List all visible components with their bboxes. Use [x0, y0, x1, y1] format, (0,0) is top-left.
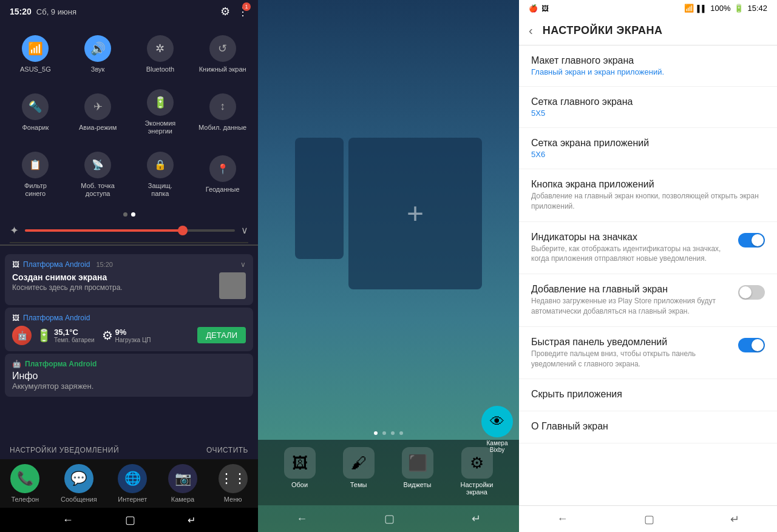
page-dots	[0, 207, 258, 221]
tile-reading-label: Книжный экран	[199, 66, 246, 73]
home-cards: +	[283, 126, 494, 301]
notif2-app: Платформа Android	[23, 314, 90, 322]
settings-status-left: 🍎 🖼	[529, 4, 549, 13]
notification-icon[interactable]: ⋮ 1	[237, 5, 248, 18]
tile-flashlight-label: Фонарик	[22, 124, 49, 132]
gear-icon[interactable]: ⚙	[220, 5, 230, 18]
home-button-1[interactable]: ▢	[125, 513, 135, 527]
screen-settings-button[interactable]: ⚙ Настройкиэкрана	[461, 447, 494, 496]
recents-button-1[interactable]: ↵	[188, 514, 195, 526]
notif-settings-button[interactable]: НАСТРОЙКИ УВЕДОМЛЕНИЙ	[10, 446, 119, 454]
geo-icon: 📍	[209, 155, 236, 182]
nav-phone[interactable]: 📞 Телефон	[10, 464, 39, 503]
notif1-body: Коснитесь здесь для просмотра.	[12, 283, 219, 292]
status-bar-left: 15:20 Сб, 9 июня	[10, 7, 76, 16]
brightness-icon: ✦	[10, 224, 19, 237]
tile-battery[interactable]: 🔋 Экономия энергии	[130, 82, 191, 143]
tile-data[interactable]: ↕ Мобил. данные	[192, 82, 253, 143]
tile-geo-label: Геоданные	[206, 186, 240, 194]
nav-menu[interactable]: ⋮⋮ Меню	[219, 464, 248, 503]
notification-shade: 15:20 Сб, 9 июня ⚙ ⋮ 1 📶 ASUS_5G 🔊 Звук …	[0, 0, 258, 532]
bluefilter-icon: 📋	[22, 152, 49, 178]
nav-camera[interactable]: 📷 Камера	[168, 464, 197, 503]
home-page-dots	[258, 426, 519, 440]
back-button-1[interactable]: ←	[63, 514, 73, 527]
notif2-header: 🖼 Платформа Android	[12, 314, 246, 322]
settings-hide-apps[interactable]: Скрыть приложения	[519, 379, 777, 411]
back-button-2[interactable]: ←	[296, 513, 307, 525]
home-card-add[interactable]: +	[348, 138, 482, 289]
status-bar-right: ⚙ ⋮ 1	[220, 5, 248, 18]
screenshot-indicator: 🖼	[541, 4, 549, 13]
add-home-toggle-thumb	[739, 286, 752, 298]
screenshot-thumbnail	[219, 272, 246, 299]
settings-quick-panel[interactable]: Быстрая панель уведомлений Проведите пал…	[519, 327, 777, 380]
home-button-3[interactable]: ▢	[644, 513, 654, 526]
home-card-small	[295, 138, 344, 259]
tile-sound[interactable]: 🔊 Звук	[67, 28, 129, 81]
brightness-slider[interactable]	[25, 229, 235, 232]
recents-button-2[interactable]: ↵	[472, 512, 481, 525]
settings-item-text-7: Быстрая панель уведомлений Проведите пал…	[531, 337, 738, 369]
tile-hotspot[interactable]: 📡 Моб. точкадоступа	[67, 144, 129, 205]
badges-toggle[interactable]	[738, 233, 765, 247]
screen-settings-label: Настройкиэкрана	[461, 481, 494, 496]
widgets-button[interactable]: ⬛ Виджеты	[402, 447, 433, 496]
tile-geo[interactable]: 📍 Геоданные	[192, 144, 253, 205]
settings-apps-grid[interactable]: Сетка экрана приложений 5X6	[519, 128, 777, 169]
wallpapers-button[interactable]: 🖼 Обои	[284, 447, 316, 496]
settings-home-grid[interactable]: Сетка главного экрана 5X5	[519, 87, 777, 128]
recents-button-3[interactable]: ↵	[730, 513, 739, 526]
notifications-area: 🖼 Платформа Android 15:20 ∨ Создан снимо…	[0, 247, 258, 441]
details-button[interactable]: ДЕТАЛИ	[197, 327, 246, 343]
phone-icon: 📞	[10, 464, 39, 493]
temp-label: Темп. батареи	[54, 337, 95, 343]
tile-bluetooth[interactable]: ✲ Bluetooth	[130, 28, 191, 81]
hotspot-icon: 📡	[84, 152, 111, 178]
temp-row: 🔋 35,1°C Темп. батареи	[36, 328, 95, 343]
time-display: 15:20	[10, 7, 32, 16]
tile-secure[interactable]: 🔒 Защищ.папка	[130, 144, 191, 205]
home-grid-subtitle: 5X5	[531, 109, 765, 118]
nav-messages[interactable]: 💬 Сообщения	[61, 464, 97, 503]
back-button-3[interactable]: ←	[557, 513, 568, 525]
notif3-body: Аккумулятор заряжен.	[12, 382, 246, 391]
android-icon: 🖼	[12, 260, 19, 269]
notification-info[interactable]: 🤖 Платформа Android Инфо Аккумулятор зар…	[5, 354, 253, 397]
apple-icon: 🍎	[529, 4, 538, 13]
themes-button[interactable]: 🖌 Темы	[343, 447, 375, 496]
add-home-toggle[interactable]	[738, 285, 765, 300]
date-display: Сб, 9 июня	[36, 7, 76, 16]
settings-item-text-9: О Главный экран	[531, 421, 765, 433]
settings-item-text-3: Сетка экрана приложений 5X6	[531, 138, 765, 159]
settings-item-row-7: Быстрая панель уведомлений Проведите пал…	[531, 337, 765, 369]
settings-about-home[interactable]: О Главный экран	[519, 411, 777, 443]
settings-apps-button[interactable]: Кнопка экрана приложений Добавление на г…	[519, 169, 777, 222]
settings-add-to-home[interactable]: Добавление на главный экран Недавно загр…	[519, 274, 777, 327]
tile-reading[interactable]: ↺ Книжный экран	[192, 28, 253, 81]
quick-panel-toggle[interactable]	[738, 338, 765, 352]
notif-clear-button[interactable]: ОЧИСТИТЬ	[206, 446, 248, 454]
quick-panel-desc: Проведите пальцем вниз, чтобы открыть па…	[531, 349, 738, 369]
settings-item-row-4: Кнопка экрана приложений Добавление на г…	[531, 179, 765, 212]
badges-title: Индикаторы на значках	[531, 232, 738, 243]
notification-battery[interactable]: 🖼 Платформа Android 🤖 🔋 35,1°C Темп. бат…	[5, 308, 253, 351]
tile-sound-label: Звук	[91, 66, 105, 73]
tile-airplane[interactable]: ✈ Авиа-режим	[67, 82, 129, 143]
home-button-2[interactable]: ▢	[384, 512, 395, 525]
brightness-chevron[interactable]: ∨	[241, 224, 248, 236]
settings-badges[interactable]: Индикаторы на значках Выберите, как отоб…	[519, 222, 777, 275]
messages-icon: 💬	[64, 464, 93, 493]
settings-back-button[interactable]: ‹	[529, 24, 533, 38]
tile-flashlight[interactable]: 🔦 Фонарик	[5, 82, 66, 143]
notif1-title: Создан снимок экрана	[12, 272, 219, 282]
tile-bluefilter[interactable]: 📋 Фильтрсинего	[5, 144, 66, 205]
settings-home-layout[interactable]: Макет главного экрана Главный экран и эк…	[519, 45, 777, 87]
nav-internet[interactable]: 🌐 Интернет	[118, 464, 147, 503]
notification-screenshot[interactable]: 🖼 Платформа Android 15:20 ∨ Создан снимо…	[5, 254, 253, 305]
nav-phone-label: Телефон	[12, 496, 39, 503]
home-screen: 👁 КамераBixby + 🖼 Обои 🖌 Темы	[258, 0, 519, 532]
notif3-header: 🤖 Платформа Android	[12, 360, 246, 368]
tile-wifi[interactable]: 📶 ASUS_5G	[5, 28, 66, 81]
menu-icon: ⋮⋮	[219, 464, 248, 493]
